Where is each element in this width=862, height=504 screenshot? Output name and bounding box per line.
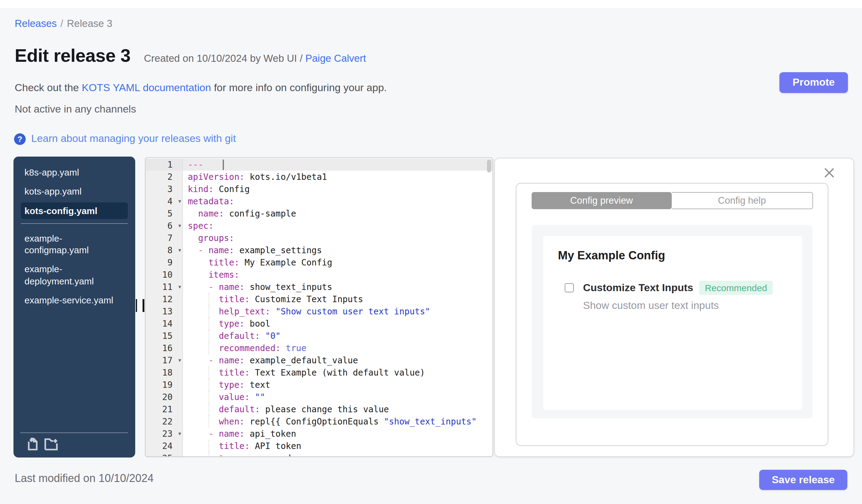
line-number: 17 [162,354,172,367]
tab-config-preview[interactable]: Config preview [531,192,672,209]
last-modified: Last modified on 10/10/2024 [15,472,154,485]
gutter-cell: 24 [146,440,183,452]
indent-guide [208,403,209,415]
code-line: 3kind: Config [146,183,493,195]
yaml-code-editor[interactable]: 1---2apiVersion: kots.io/v1beta13kind: C… [145,157,493,456]
code-text[interactable]: kind: Config [183,183,493,195]
code-text[interactable]: type: text [183,379,493,391]
code-text[interactable]: default: please change this value [183,403,493,415]
sidebar-resize-handle[interactable] [135,299,144,312]
code-line: 11▾ - name: show_text_inputs [146,281,493,293]
file-item-example-deployment.yaml[interactable]: example-deployment.yaml [21,261,128,289]
doc-hint: Check out the KOTS YAML documentation fo… [15,82,387,94]
line-number: 8 [167,244,172,256]
code-text[interactable]: value: "" [183,391,493,403]
code-text[interactable]: title: Customize Text Inputs [183,293,493,305]
code-text[interactable]: name: config-sample [183,207,493,220]
kots-yaml-doc-link[interactable]: KOTS YAML documentation [82,82,211,94]
code-text[interactable]: - name: example_default_value [183,354,493,367]
config-preview-area: My Example Config Customize Text Inputs … [531,225,812,418]
code-line: 1--- [146,158,493,171]
breadcrumb-releases-link[interactable]: Releases [15,18,57,29]
config-preview-panel: Config previewConfig help My Example Con… [494,158,854,456]
save-release-button[interactable]: Save release [759,470,847,490]
code-text[interactable]: --- [183,158,493,171]
code-text[interactable]: - name: example_settings [183,244,493,256]
fold-arrow-icon[interactable]: ▾ [178,354,181,367]
fold-arrow-icon[interactable]: ▾ [178,427,181,440]
line-number: 7 [167,232,172,244]
file-item-example-service.yaml[interactable]: example-service.yaml [21,292,128,308]
editor-scrollbar-thumb[interactable] [487,159,491,172]
gutter-cell: 6▾ [146,220,183,232]
code-text[interactable]: - name: api_token [183,427,493,440]
code-line: 14 type: bool [146,317,493,330]
code-text[interactable]: groups: [183,232,493,244]
code-line: 7 groups: [146,232,493,244]
line-number: 22 [162,415,172,427]
code-lines: 1---2apiVersion: kots.io/v1beta13kind: C… [146,158,493,456]
breadcrumb-separator: / [61,18,63,29]
code-line: 9 title: My Example Config [146,256,493,268]
gutter-cell: 5 [146,207,183,220]
code-text[interactable]: when: repl{{ ConfigOptionEquals "show_te… [183,415,493,427]
code-line: 23▾ - name: api_token [146,427,493,440]
gutter-cell: 10 [146,268,183,281]
file-item-k8s-app.yaml[interactable]: k8s-app.yaml [21,164,128,181]
code-text[interactable]: default: "0" [183,330,493,342]
line-number: 3 [167,183,172,195]
gutter-cell: 21 [146,403,183,415]
git-releases-link[interactable]: Learn about managing your releases with … [31,133,236,145]
code-text[interactable]: type: password [183,452,493,456]
code-text[interactable]: recommended: true [183,342,493,354]
add-file-icon[interactable] [27,437,39,453]
code-text[interactable]: title: My Example Config [183,256,493,268]
code-text[interactable]: title: Text Example (with default value) [183,367,493,379]
promote-button[interactable]: Promote [780,72,848,93]
code-line: 10 items: [146,268,493,281]
indent-guide [208,452,209,456]
code-line: 17▾ - name: example_default_value [146,354,493,367]
fold-arrow-icon[interactable]: ▾ [178,220,181,232]
customize-text-inputs-checkbox[interactable] [565,283,574,292]
code-text[interactable]: - name: show_text_inputs [183,281,493,293]
code-line: 20 value: "" [146,391,493,403]
line-number: 14 [162,317,172,330]
indent-guide [208,379,209,391]
file-item-kots-config.yaml[interactable]: kots-config.yaml [21,202,128,219]
file-item-example-configmap.yaml[interactable]: example-configmap.yaml [21,230,128,258]
tab-config-help[interactable]: Config help [672,192,813,209]
author-link[interactable]: Paige Calvert [305,53,366,64]
fold-arrow-icon[interactable]: ▾ [178,195,181,207]
gutter-cell: 11▾ [146,281,183,293]
config-checkbox-row: Customize Text Inputs Recommended [565,281,773,295]
line-number: 15 [162,330,172,342]
fold-arrow-icon[interactable]: ▾ [178,281,181,293]
line-number: 2 [167,171,172,183]
code-line: 22 when: repl{{ ConfigOptionEquals "show… [146,415,493,427]
close-icon[interactable] [824,167,835,178]
code-text[interactable]: spec: [183,220,493,232]
config-preview-dialog: Config previewConfig help My Example Con… [515,183,828,446]
add-folder-icon[interactable] [44,437,60,453]
file-list: k8s-app.yamlkots-app.yamlkots-config.yam… [21,164,128,311]
line-number: 10 [162,268,172,281]
code-text[interactable]: metadata: [183,195,493,207]
code-text[interactable]: title: API token [183,440,493,452]
line-number: 13 [162,305,172,317]
file-item-kots-app.yaml[interactable]: kots-app.yaml [21,183,128,200]
question-icon[interactable]: ? [14,133,26,145]
code-text[interactable]: help_text: "Show custom user text inputs… [183,305,493,317]
code-text[interactable]: items: [183,268,493,281]
config-card: My Example Config Customize Text Inputs … [543,236,802,410]
code-text[interactable]: apiVersion: kots.io/v1beta1 [183,171,493,183]
code-text[interactable]: type: bool [183,317,493,330]
checkbox-help-text: Show custom user text inputs [583,300,719,312]
top-strip [0,0,862,8]
line-number: 9 [167,256,172,268]
title-row: Edit release 3 Created on 10/10/2024 by … [15,45,366,66]
code-line: 12 title: Customize Text Inputs [146,293,493,305]
config-group-title: My Example Config [558,249,665,262]
code-line: 13 help_text: "Show custom user text inp… [146,305,493,317]
fold-arrow-icon[interactable]: ▾ [178,244,181,256]
